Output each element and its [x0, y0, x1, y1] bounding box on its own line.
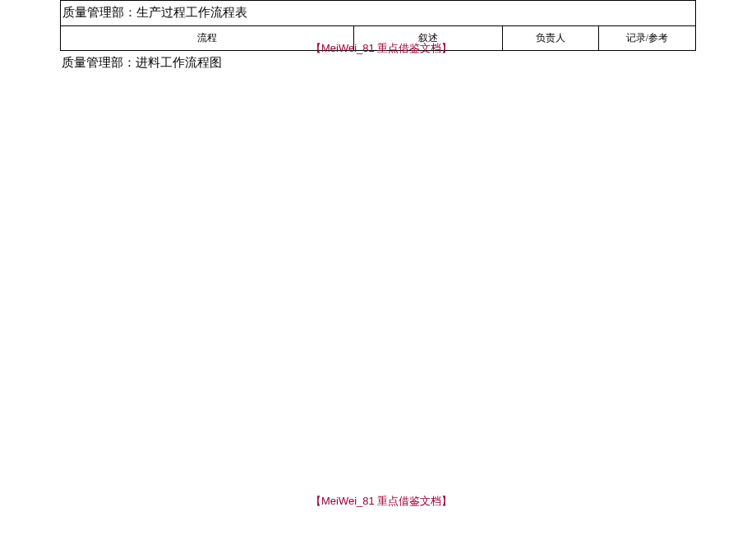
watermark-bottom: 【MeiWei_81 重点借鉴文档】 — [311, 494, 452, 509]
table-title: 质量管理部：生产过程工作流程表 — [61, 1, 695, 26]
page-container: 质量管理部：生产过程工作流程表 流程 叙述 负责人 记录/参考 质量管理部：进料… — [0, 0, 756, 71]
header-owner: 负责人 — [503, 26, 599, 50]
header-record: 记录/参考 — [599, 26, 695, 50]
watermark-top: 【MeiWei_81 重点借鉴文档】 — [311, 41, 452, 56]
